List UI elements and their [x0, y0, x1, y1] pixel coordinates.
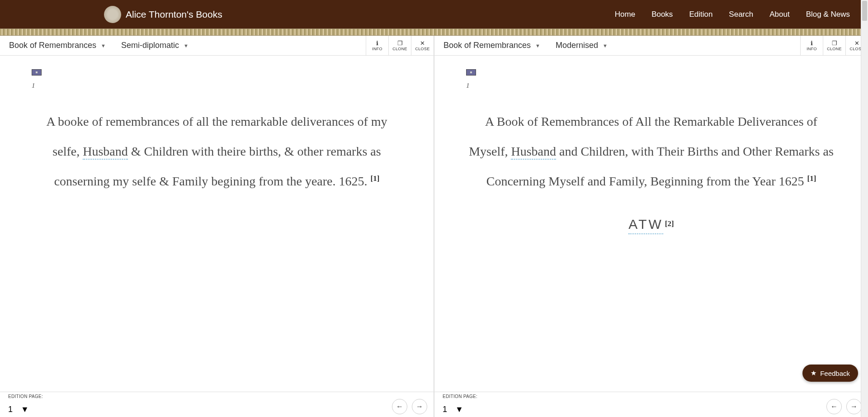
pane-footer-left: EDITION PAGE: 1 ▼ ← →	[0, 392, 434, 417]
top-navbar: Alice Thornton's Books Home Books Editio…	[0, 0, 868, 28]
page-dropdown-value: 1	[443, 405, 447, 414]
close-button[interactable]: ✕ CLOSE	[411, 36, 434, 56]
chevron-down-icon: ▼	[21, 405, 29, 414]
pane-left: Book of Remembrances ▼ Semi-diplomatic ▼…	[0, 36, 434, 417]
clone-icon: ❐	[832, 40, 837, 46]
image-marker-icon[interactable]	[466, 69, 476, 76]
book-dropdown[interactable]: Book of Remembrances ▼	[6, 39, 108, 52]
edition-page-label: EDITION PAGE:	[8, 394, 43, 399]
close-label: CLOSE	[415, 47, 429, 51]
prev-page-button[interactable]: ←	[826, 399, 842, 414]
viewer-panes: Book of Remembrances ▼ Semi-diplomatic ▼…	[0, 36, 868, 417]
window-scrollbar[interactable]: ▲	[861, 0, 868, 417]
page-marker: 1	[32, 82, 402, 90]
arrow-right-icon: →	[850, 403, 858, 411]
annotated-term[interactable]: Husband	[83, 144, 128, 160]
ornament-divider	[0, 28, 868, 36]
close-icon: ✕	[420, 40, 425, 46]
scrollbar-thumb[interactable]	[862, 1, 867, 21]
arrow-left-icon: ←	[396, 403, 403, 411]
page-marker: 1	[466, 82, 836, 90]
brand-title: Alice Thornton's Books	[126, 9, 222, 20]
footnote-ref-2[interactable]: [2]	[665, 219, 674, 228]
pane-footer-right: EDITION PAGE: 1 ▼ ← →	[434, 392, 868, 417]
annotated-term[interactable]: Husband	[511, 144, 556, 160]
page-dropdown-value: 1	[8, 405, 13, 414]
star-icon: ★	[811, 369, 816, 377]
nav-search[interactable]: Search	[729, 10, 753, 19]
clone-button[interactable]: ❐ CLONE	[388, 36, 411, 56]
clone-button[interactable]: ❐ CLONE	[823, 36, 845, 56]
chevron-down-icon: ▼	[455, 405, 463, 414]
arrow-right-icon: →	[416, 403, 423, 411]
clone-label: CLONE	[392, 47, 407, 51]
chevron-down-icon: ▼	[603, 43, 608, 48]
nav-books[interactable]: Books	[651, 10, 673, 19]
brand-logo	[104, 6, 121, 23]
signature-block: ATW [2]	[466, 217, 836, 232]
brand[interactable]: Alice Thornton's Books	[104, 6, 222, 23]
primary-nav: Home Books Edition Search About Blog & N…	[615, 10, 850, 19]
image-marker-icon[interactable]	[32, 69, 42, 76]
document-title: A Book of Remembrances of All the Remark…	[466, 107, 836, 196]
clone-icon: ❐	[397, 40, 403, 46]
book-dropdown-label: Book of Remembrances	[443, 41, 531, 50]
info-icon: ℹ	[376, 40, 378, 46]
close-icon: ✕	[854, 40, 859, 46]
next-page-button[interactable]: →	[846, 399, 862, 414]
book-dropdown-label: Book of Remembrances	[9, 41, 96, 50]
nav-home[interactable]: Home	[615, 10, 635, 19]
version-dropdown[interactable]: Semi-diplomatic ▼	[118, 39, 191, 52]
pane-body-left[interactable]: 1 A booke of remembrances of all the rem…	[0, 56, 434, 392]
footnote-ref-1[interactable]: [1]	[807, 174, 816, 182]
book-dropdown[interactable]: Book of Remembrances ▼	[441, 39, 543, 52]
version-dropdown[interactable]: Modernised ▼	[553, 39, 610, 52]
pane-right: Book of Remembrances ▼ Modernised ▼ ℹ IN…	[434, 36, 868, 417]
feedback-label: Feedback	[820, 370, 850, 377]
feedback-button[interactable]: ★ Feedback	[802, 365, 858, 382]
arrow-left-icon: ←	[830, 403, 838, 411]
info-button[interactable]: ℹ INFO	[800, 36, 823, 56]
footnote-ref-1[interactable]: [1]	[371, 174, 380, 182]
chevron-down-icon: ▼	[535, 43, 540, 48]
info-label: INFO	[372, 47, 382, 51]
edition-page-label: EDITION PAGE:	[443, 394, 477, 399]
info-button[interactable]: ℹ INFO	[366, 36, 388, 56]
version-dropdown-label: Modernised	[556, 41, 598, 50]
clone-label: CLONE	[827, 47, 842, 51]
pane-toolbar-right: Book of Remembrances ▼ Modernised ▼ ℹ IN…	[434, 36, 868, 56]
nav-edition[interactable]: Edition	[689, 10, 712, 19]
prev-page-button[interactable]: ←	[392, 399, 407, 414]
version-dropdown-label: Semi-diplomatic	[121, 41, 179, 50]
info-icon: ℹ	[811, 40, 813, 46]
chevron-down-icon: ▼	[101, 43, 106, 48]
info-label: INFO	[807, 47, 817, 51]
page-dropdown[interactable]: 1 ▼	[443, 405, 463, 414]
nav-about[interactable]: About	[769, 10, 789, 19]
document-title: A booke of remembrances of all the remar…	[32, 107, 402, 196]
author-signature[interactable]: ATW	[628, 217, 663, 234]
pane-toolbar-left: Book of Remembrances ▼ Semi-diplomatic ▼…	[0, 36, 434, 56]
chevron-down-icon: ▼	[184, 43, 189, 48]
pane-body-right[interactable]: 1 A Book of Remembrances of All the Rema…	[434, 56, 868, 392]
next-page-button[interactable]: →	[412, 399, 427, 414]
page-dropdown[interactable]: 1 ▼	[8, 405, 29, 414]
nav-blog[interactable]: Blog & News	[806, 10, 850, 19]
